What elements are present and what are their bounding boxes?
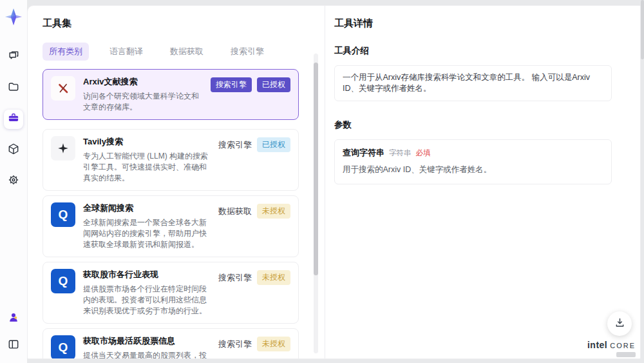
tool-name: 全球新闻搜索 <box>83 202 211 214</box>
tool-description: 专为人工智能代理 (LLM) 构建的搜索引擎工具。可快速提供实时、准确和真实的结… <box>83 151 211 184</box>
brand-secondary-text: CORE <box>610 342 636 349</box>
tool-card-body: 全球新闻搜索 全球新闻搜索是一个聚合全球各大新闻网站内容的搜索引擎，帮助用户快速… <box>83 202 211 250</box>
q-logo-icon: Q <box>51 335 75 359</box>
intro-heading: 工具介绍 <box>334 45 612 57</box>
q-letter: Q <box>59 340 68 355</box>
main-window: 工具集 所有类别 语言翻译 数据获取 搜索引擎 Arxiv文献搜索 访问各个研究… <box>27 5 641 359</box>
tool-card-body: 获取股市各行业表现 提供股票市场各个行业在特定时间段内的表现。投资者可以利用这些… <box>83 269 211 317</box>
auth-status-badge: 已授权 <box>257 137 290 152</box>
q-letter: Q <box>59 274 68 288</box>
auth-status-badge: 未授权 <box>257 270 290 285</box>
category-label: 搜索引擎 <box>218 137 252 151</box>
sidebar <box>0 0 27 363</box>
intel-core-logo: intel CORE <box>587 340 636 357</box>
tool-card-meta: 数据获取 未授权 <box>218 202 290 250</box>
list-scrollbar-thumb[interactable] <box>314 63 318 275</box>
sidebar-item-packages[interactable] <box>4 141 23 160</box>
brand-sub-badge <box>616 352 636 357</box>
sidebar-item-files[interactable] <box>4 79 23 98</box>
param-name: 查询字符串 <box>343 147 384 159</box>
param-description: 用于搜索的Arxiv ID、关键字或作者姓名。 <box>343 164 603 175</box>
param-header: 查询字符串 字符串 必填 <box>343 147 603 159</box>
tab-all-categories[interactable]: 所有类别 <box>43 43 89 61</box>
q-logo-icon: Q <box>51 269 75 293</box>
tool-card-arxiv[interactable]: Arxiv文献搜索 访问各个研究领域大量科学论文和文章的存储库。 搜索引擎 已授… <box>43 69 299 120</box>
category-label: 数据获取 <box>218 204 252 217</box>
param-required-flag: 必填 <box>416 148 431 158</box>
folder-icon <box>7 81 20 96</box>
tool-card-global-news[interactable]: Q 全球新闻搜索 全球新闻搜索是一个聚合全球各大新闻网站内容的搜索引擎，帮助用户… <box>43 195 299 257</box>
tool-list-panel: 工具集 所有类别 语言翻译 数据获取 搜索引擎 Arxiv文献搜索 访问各个研究… <box>28 6 325 358</box>
category-label: 搜索引擎 <box>218 270 252 284</box>
tool-name: Arxiv文献搜索 <box>83 76 203 88</box>
tool-card-body: Arxiv文献搜索 访问各个研究领域大量科学论文和文章的存储库。 <box>83 76 203 113</box>
brand-primary-text: intel <box>587 340 607 350</box>
tool-card-body: 获取市场最活跃股票信息 提供当天交易量最高的股票列表，投资者可以利用这些信息来识… <box>83 335 211 359</box>
page-title: 工具集 <box>43 17 299 30</box>
tab-language-translation[interactable]: 语言翻译 <box>103 43 149 61</box>
tool-card-meta: 搜索引擎 未授权 <box>218 269 290 317</box>
tool-description: 提供当天交易量最高的股票列表，投资者可以利用这些信息来识别流动性强的股票和潜在的… <box>83 350 211 359</box>
auth-status-badge: 未授权 <box>257 204 290 219</box>
auth-status-badge: 未授权 <box>257 337 290 351</box>
detail-title: 工具详情 <box>334 17 612 30</box>
tool-card-meta: 搜索引擎 已授权 <box>211 76 290 113</box>
sidebar-item-chat[interactable] <box>4 48 23 67</box>
sidebar-item-settings[interactable] <box>4 172 23 191</box>
tool-card-meta: 搜索引擎 未授权 <box>218 335 290 359</box>
user-icon <box>7 311 20 326</box>
category-badge: 搜索引擎 <box>211 77 252 92</box>
tool-card-tavily[interactable]: Tavily搜索 专为人工智能代理 (LLM) 构建的搜索引擎工具。可快速提供实… <box>43 129 299 191</box>
tool-description: 提供股票市场各个行业在特定时间段内的表现。投资者可以利用这些信息来识别表现优于或… <box>83 284 211 317</box>
page-scrollbar-thumb[interactable] <box>641 0 644 59</box>
tool-card-meta: 搜索引擎 已授权 <box>218 136 290 184</box>
gear-icon <box>7 173 20 189</box>
sidebar-item-tools[interactable] <box>4 110 23 129</box>
tavily-star-icon <box>51 136 75 161</box>
cube-icon <box>7 142 20 158</box>
sidebar-collapse-button[interactable] <box>4 336 23 355</box>
tool-name: Tavily搜索 <box>83 136 211 148</box>
category-label: 搜索引擎 <box>218 337 252 350</box>
tab-data-acquisition[interactable]: 数据获取 <box>164 43 210 61</box>
sidebar-item-account[interactable] <box>4 309 23 328</box>
list-scrollbar-track[interactable] <box>314 54 318 353</box>
briefcase-icon <box>7 112 20 127</box>
tool-name: 获取市场最活跃股票信息 <box>83 335 211 347</box>
chat-icon <box>7 50 20 65</box>
tool-description: 访问各个研究领域大量科学论文和文章的存储库。 <box>83 91 203 113</box>
tool-card-sector-performance[interactable]: Q 获取股市各行业表现 提供股票市场各个行业在特定时间段内的表现。投资者可以利用… <box>43 262 299 324</box>
tool-card-most-active-stocks[interactable]: Q 获取市场最活跃股票信息 提供当天交易量最高的股票列表，投资者可以利用这些信息… <box>43 328 299 359</box>
tool-description: 全球新闻搜索是一个聚合全球各大新闻网站内容的搜索引擎，帮助用户快速获取全球最新资… <box>83 217 211 250</box>
param-item: 查询字符串 字符串 必填 用于搜索的Arxiv ID、关键字或作者姓名。 <box>334 139 612 184</box>
param-type: 字符串 <box>389 148 412 158</box>
tool-card-body: Tavily搜索 专为人工智能代理 (LLM) 构建的搜索引擎工具。可快速提供实… <box>83 136 211 184</box>
auth-status-badge: 已授权 <box>257 77 290 92</box>
params-heading: 参数 <box>334 119 612 131</box>
tool-list: Arxiv文献搜索 访问各个研究领域大量科学论文和文章的存储库。 搜索引擎 已授… <box>43 69 299 359</box>
download-icon <box>614 317 626 331</box>
arxiv-x-icon <box>51 76 75 101</box>
download-button[interactable] <box>607 311 632 336</box>
tool-name: 获取股市各行业表现 <box>83 269 211 280</box>
panel-toggle-icon <box>7 338 20 353</box>
app-logo-sparkle-icon <box>5 8 23 26</box>
tab-search-engine[interactable]: 搜索引擎 <box>224 43 270 61</box>
q-logo-icon: Q <box>51 202 75 227</box>
category-tabs: 所有类别 语言翻译 数据获取 搜索引擎 <box>43 43 299 61</box>
q-letter: Q <box>59 208 68 222</box>
tool-detail-panel: 工具详情 工具介绍 一个用于从Arxiv存储库搜索科学论文和文章的工具。 输入可… <box>325 6 640 358</box>
tool-intro-text: 一个用于从Arxiv存储库搜索科学论文和文章的工具。 输入可以是Arxiv ID… <box>334 65 612 101</box>
